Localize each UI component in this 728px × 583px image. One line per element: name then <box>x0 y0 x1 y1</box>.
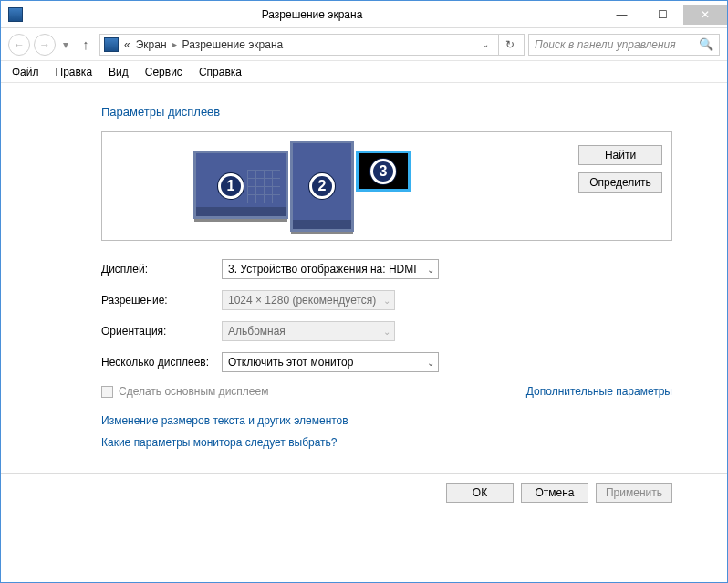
monitor-1[interactable]: 1 <box>193 151 288 219</box>
ok-button[interactable]: ОК <box>446 483 514 503</box>
content-area: Параметры дисплеев 1 2 3 Найти Определит… <box>1 83 727 512</box>
history-dropdown[interactable]: ▾ <box>59 34 72 56</box>
crumb-prefix: « <box>124 38 130 51</box>
menu-view[interactable]: Вид <box>109 66 129 78</box>
advanced-settings-link[interactable]: Дополнительные параметры <box>526 385 672 398</box>
monitor-2-badge: 2 <box>309 173 335 199</box>
window-title: Разрешение экрана <box>23 8 601 21</box>
search-input[interactable]: Поиск в панели управления 🔍 <box>528 34 720 56</box>
menu-bar: Файл Правка Вид Сервис Справка <box>1 61 727 83</box>
up-button[interactable]: ↑ <box>76 36 96 52</box>
apply-button: Применить <box>596 483 672 503</box>
monitor-2[interactable]: 2 <box>290 141 354 232</box>
orientation-label: Ориентация: <box>101 325 222 338</box>
orientation-select: Альбомная ⌄ <box>222 321 395 341</box>
close-button[interactable]: ✕ <box>683 5 727 25</box>
multiple-displays-select[interactable]: Отключить этот монитор ⌄ <box>222 352 439 372</box>
menu-help[interactable]: Справка <box>199 66 242 78</box>
maximize-button[interactable]: ☐ <box>642 5 683 25</box>
address-bar[interactable]: « Экран ▸ Разрешение экрана ⌄ ↻ <box>99 34 525 56</box>
resolution-select: 1024 × 1280 (рекомендуется) ⌄ <box>222 290 395 310</box>
page-heading: Параметры дисплеев <box>101 105 672 119</box>
make-primary-checkbox <box>101 386 113 398</box>
detect-button[interactable]: Найти <box>578 145 662 165</box>
text-scaling-link[interactable]: Изменение размеров текста и других элеме… <box>101 414 672 427</box>
minimize-button[interactable]: — <box>601 5 642 25</box>
chevron-down-icon: ⌄ <box>421 265 434 275</box>
title-bar: Разрешение экрана — ☐ ✕ <box>1 1 727 28</box>
display-label: Дисплей: <box>101 263 222 276</box>
multiple-displays-label: Несколько дисплеев: <box>101 356 222 369</box>
breadcrumb-screen[interactable]: Экран <box>136 38 167 51</box>
monitor-3-badge: 3 <box>370 159 396 184</box>
back-button[interactable]: ← <box>8 34 30 56</box>
monitor-1-badge: 1 <box>218 173 244 199</box>
app-icon <box>8 7 23 22</box>
chevron-down-icon: ⌄ <box>421 358 434 368</box>
make-primary-label: Сделать основным дисплеем <box>119 385 268 398</box>
display-select[interactable]: 3. Устройство отображения на: HDMI ⌄ <box>222 259 439 279</box>
location-icon <box>104 37 119 52</box>
chevron-down-icon: ⌄ <box>378 296 390 306</box>
search-placeholder: Поиск в панели управления <box>535 38 676 51</box>
help-link[interactable]: Какие параметры монитора следует выбрать… <box>101 436 672 449</box>
search-icon: 🔍 <box>699 37 713 51</box>
menu-edit[interactable]: Правка <box>56 66 93 78</box>
chevron-right-icon: ▸ <box>172 39 177 49</box>
breadcrumb-resolution[interactable]: Разрешение экрана <box>182 38 284 51</box>
cancel-button[interactable]: Отмена <box>521 483 588 503</box>
forward-button[interactable]: → <box>34 34 56 56</box>
chevron-down-icon: ⌄ <box>378 327 390 337</box>
resolution-label: Разрешение: <box>101 294 222 307</box>
monitor-arrangement[interactable]: 1 2 3 Найти Определить <box>101 131 672 241</box>
nav-bar: ← → ▾ ↑ « Экран ▸ Разрешение экрана ⌄ ↻ … <box>1 28 727 61</box>
menu-tools[interactable]: Сервис <box>145 66 182 78</box>
identify-button[interactable]: Определить <box>578 172 662 193</box>
monitor-1-grid-icon <box>247 170 280 203</box>
refresh-button[interactable]: ↻ <box>498 34 520 56</box>
monitor-3[interactable]: 3 <box>356 151 411 192</box>
menu-file[interactable]: Файл <box>12 66 39 78</box>
address-dropdown-icon[interactable]: ⌄ <box>478 39 493 49</box>
